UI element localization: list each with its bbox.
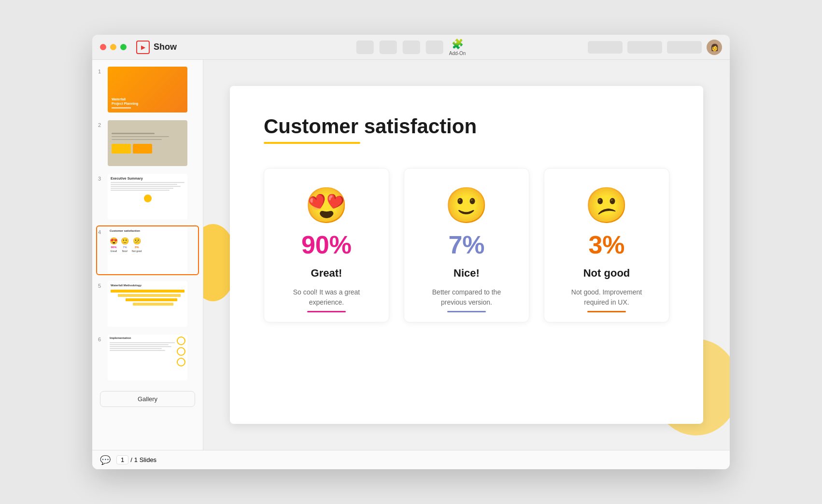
gallery-button[interactable]: Gallery <box>100 391 195 407</box>
addon-button[interactable]: 🧩 Add-On <box>449 38 466 56</box>
traffic-lights <box>100 44 127 50</box>
page-separator: / <box>130 456 132 463</box>
emoji-notgood: 😕 <box>585 188 628 223</box>
label-great: Great! <box>311 267 342 280</box>
slide-thumb-2[interactable]: 2 <box>96 118 199 168</box>
toolbar-center: 🧩 Add-On <box>356 38 466 56</box>
addon-label: Add-On <box>449 51 466 56</box>
close-button[interactable] <box>100 44 106 50</box>
page-indicator: 1 / 1 Slides <box>116 455 156 464</box>
slide1-text: WaterfallProject Planning <box>112 97 184 106</box>
toolbar-btn-1[interactable] <box>356 41 374 54</box>
slide-thumb-1[interactable]: 1 WaterfallProject Planning <box>96 65 199 114</box>
percent-great: 90% <box>301 230 352 259</box>
slide-title: Customer satisfaction <box>264 115 669 138</box>
slide-thumb-4[interactable]: 4 Customer satisfaction 😍 90% Great! 🙂 7… <box>96 225 199 275</box>
slide-num-4: 4 <box>98 227 104 235</box>
slide-num-2: 2 <box>98 120 104 128</box>
bottom-line-notgood <box>587 311 626 312</box>
desc-notgood: Not good. Improvement required in UX. <box>559 287 654 308</box>
content-area: Customer satisfaction 😍 90% Great! So co… <box>203 60 730 450</box>
toolbar-btn-2[interactable] <box>380 41 397 54</box>
toolbar-right-btn-1[interactable] <box>588 41 623 54</box>
play-icon: ▶ <box>141 44 145 51</box>
titlebar: ▶ Show 🧩 Add-On 👩 <box>92 35 730 60</box>
slide-thumb-5[interactable]: 5 Waterfall Methodology <box>96 279 199 329</box>
current-page[interactable]: 1 <box>116 455 128 464</box>
card-great: 😍 90% Great! So cool! It was a great exp… <box>264 168 389 322</box>
maximize-button[interactable] <box>120 44 127 50</box>
slide-preview-2 <box>108 120 187 166</box>
footer: 💬 1 / 1 Slides <box>92 450 730 469</box>
puzzle-icon: 🧩 <box>452 38 464 50</box>
toolbar-right-btn-2[interactable] <box>627 41 662 54</box>
desc-great: So cool! It was a great experience. <box>279 287 374 308</box>
app-window: ▶ Show 🧩 Add-On 👩 1 <box>92 35 730 469</box>
emoji-nice: 🙂 <box>445 188 488 223</box>
app-name: Show <box>154 42 177 52</box>
slide-title-underline <box>264 142 360 144</box>
desc-nice: Better compared to the previous version. <box>419 287 514 308</box>
slide-canvas: Customer satisfaction 😍 90% Great! So co… <box>230 86 703 424</box>
total-pages: 1 Slides <box>134 456 156 463</box>
slide-preview-4: Customer satisfaction 😍 90% Great! 🙂 7% … <box>108 227 187 273</box>
toolbar-right: 👩 <box>588 40 722 55</box>
minimize-button[interactable] <box>110 44 116 50</box>
slide-num-6: 6 <box>98 335 104 342</box>
percent-nice: 7% <box>448 230 484 259</box>
toolbar-btn-4[interactable] <box>426 41 443 54</box>
slide-num-3: 3 <box>98 174 104 182</box>
percent-notgood: 3% <box>588 230 624 259</box>
card-nice: 🙂 7% Nice! Better compared to the previo… <box>404 168 529 322</box>
card-notgood: 😕 3% Not good Not good. Improvement requ… <box>544 168 669 322</box>
slide-thumb-3[interactable]: 3 Executive Summary <box>96 172 199 222</box>
slide-num-5: 5 <box>98 281 104 289</box>
chat-icon[interactable]: 💬 <box>100 455 111 465</box>
app-logo: ▶ Show <box>136 41 177 54</box>
satisfaction-cards: 😍 90% Great! So cool! It was a great exp… <box>264 168 669 322</box>
slide-num-1: 1 <box>98 67 104 74</box>
main-area: 1 WaterfallProject Planning 2 <box>92 60 730 450</box>
bottom-line-nice <box>447 311 486 312</box>
slide-panel: 1 WaterfallProject Planning 2 <box>92 60 203 450</box>
slide-preview-6: Implementation <box>108 335 187 380</box>
app-logo-icon: ▶ <box>136 41 150 54</box>
label-notgood: Not good <box>583 267 630 280</box>
emoji-great: 😍 <box>305 188 348 223</box>
slide-thumb-6[interactable]: 6 Implementation <box>96 333 199 382</box>
toolbar-right-btn-3[interactable] <box>667 41 702 54</box>
slide-preview-1: WaterfallProject Planning <box>108 67 187 112</box>
slide-preview-5: Waterfall Methodology <box>108 281 187 327</box>
toolbar-btn-3[interactable] <box>403 41 420 54</box>
slide1-bar <box>112 107 131 109</box>
label-nice: Nice! <box>454 267 480 280</box>
bottom-line-great <box>307 311 346 312</box>
user-avatar[interactable]: 👩 <box>707 40 722 55</box>
slide-preview-3: Executive Summary <box>108 174 187 220</box>
